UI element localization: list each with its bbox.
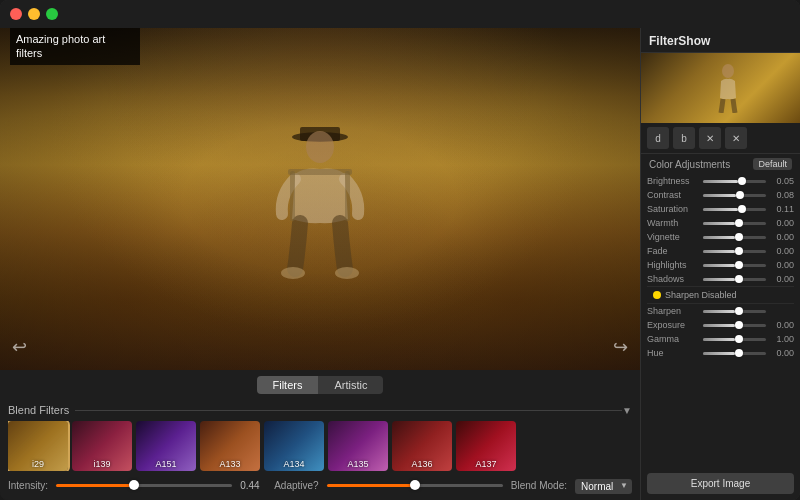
export-image-button[interactable]: Export Image bbox=[647, 473, 794, 494]
filter-label-i139: i139 bbox=[72, 459, 132, 469]
overlay-title: Amazing photo art filters bbox=[10, 28, 140, 65]
filter-thumb-i139[interactable]: i139 bbox=[72, 421, 132, 471]
adj-sharpen-slider[interactable] bbox=[703, 310, 766, 313]
adj-shadows-label: Shadows bbox=[647, 274, 699, 284]
right-panel-title: FilterShow bbox=[641, 28, 800, 53]
filter-thumb-a151[interactable]: A151 bbox=[136, 421, 196, 471]
nav-back-arrow[interactable]: ↩ bbox=[12, 336, 27, 358]
intensity-value: 0.44 bbox=[240, 480, 266, 491]
adj-exposure-value: 0.00 bbox=[770, 320, 794, 330]
default-button[interactable]: Default bbox=[753, 158, 792, 170]
bottom-controls: Intensity: 0.44 Adaptive? Blend Mode: No… bbox=[8, 476, 632, 494]
adj-warmth-value: 0.00 bbox=[770, 218, 794, 228]
adj-brightness: Brightness 0.05 bbox=[647, 174, 794, 188]
photo-image bbox=[0, 28, 640, 370]
right-panel-preview bbox=[641, 53, 800, 123]
adaptive-label: Adaptive? bbox=[274, 480, 318, 491]
adj-highlights-value: 0.00 bbox=[770, 260, 794, 270]
adj-gamma-slider[interactable] bbox=[703, 338, 766, 341]
tool-b-button[interactable]: b bbox=[673, 127, 695, 149]
bottom-panel: Blend Filters ▼ i29 i139 bbox=[0, 400, 640, 500]
adj-brightness-slider[interactable] bbox=[703, 180, 766, 183]
filter-thumb-a135[interactable]: A135 bbox=[328, 421, 388, 471]
photo-container: ↩ ↪ bbox=[0, 28, 640, 370]
color-adjustments-title: Color Adjustments bbox=[649, 159, 730, 170]
adj-hue-label: Hue bbox=[647, 348, 699, 358]
adj-saturation-value: 0.11 bbox=[770, 204, 794, 214]
adaptive-slider[interactable] bbox=[327, 484, 503, 487]
minimize-button[interactable] bbox=[28, 8, 40, 20]
tab-filters[interactable]: Filters bbox=[257, 376, 319, 394]
title-bar: Amazing photo art filters bbox=[0, 0, 800, 28]
adj-gamma-value: 1.00 bbox=[770, 334, 794, 344]
blend-mode-select[interactable]: Normal Multiply Screen Overlay bbox=[575, 479, 632, 494]
adj-warmth-label: Warmth bbox=[647, 218, 699, 228]
svg-point-2 bbox=[306, 131, 334, 163]
adj-saturation-slider[interactable] bbox=[703, 208, 766, 211]
intensity-slider-thumb bbox=[129, 480, 139, 490]
adj-exposure-slider[interactable] bbox=[703, 324, 766, 327]
svg-point-4 bbox=[335, 267, 359, 279]
adj-fade-value: 0.00 bbox=[770, 246, 794, 256]
adj-exposure-label: Exposure bbox=[647, 320, 699, 330]
filter-thumbnails: i29 i139 A151 A133 A134 A135 bbox=[8, 421, 632, 471]
adaptive-slider-thumb bbox=[410, 480, 420, 490]
svg-point-9 bbox=[722, 64, 734, 78]
adj-fade: Fade 0.00 bbox=[647, 244, 794, 258]
tool-x2-button[interactable]: ✕ bbox=[725, 127, 747, 149]
close-button[interactable] bbox=[10, 8, 22, 20]
filter-label-a136: A136 bbox=[392, 459, 452, 469]
adj-exposure: Exposure 0.00 bbox=[647, 318, 794, 332]
adj-contrast-slider[interactable] bbox=[703, 194, 766, 197]
adjustments-header: Color Adjustments Default bbox=[641, 154, 800, 174]
adj-gamma-label: Gamma bbox=[647, 334, 699, 344]
adj-shadows-value: 0.00 bbox=[770, 274, 794, 284]
blend-dropdown-arrow[interactable]: ▼ bbox=[622, 405, 632, 416]
blend-filters-label: Blend Filters bbox=[8, 404, 69, 416]
adj-fade-slider[interactable] bbox=[703, 250, 766, 253]
adj-hue-slider[interactable] bbox=[703, 352, 766, 355]
photo-subject bbox=[260, 109, 380, 289]
adj-saturation: Saturation 0.11 bbox=[647, 202, 794, 216]
filter-label-i29: i29 bbox=[8, 459, 68, 469]
adj-contrast: Contrast 0.08 bbox=[647, 188, 794, 202]
filter-label-a151: A151 bbox=[136, 459, 196, 469]
filter-thumb-a134[interactable]: A134 bbox=[264, 421, 324, 471]
filter-thumb-a133[interactable]: A133 bbox=[200, 421, 260, 471]
right-panel: FilterShow d b ✕ ✕ Color Adjustments De bbox=[640, 28, 800, 500]
adj-shadows-slider[interactable] bbox=[703, 278, 766, 281]
traffic-lights bbox=[10, 8, 58, 20]
adj-highlights-label: Highlights bbox=[647, 260, 699, 270]
adj-sharpen: Sharpen bbox=[647, 304, 794, 318]
blend-separator bbox=[75, 410, 622, 411]
blend-mode-wrapper: Normal Multiply Screen Overlay ▼ bbox=[575, 476, 632, 494]
adj-vignette-slider[interactable] bbox=[703, 236, 766, 239]
adj-fade-label: Fade bbox=[647, 246, 699, 256]
adj-vignette-value: 0.00 bbox=[770, 232, 794, 242]
sharpen-label: Sharpen Disabled bbox=[665, 290, 737, 300]
tool-x-button[interactable]: ✕ bbox=[699, 127, 721, 149]
maximize-button[interactable] bbox=[46, 8, 58, 20]
filter-label-a135: A135 bbox=[328, 459, 388, 469]
svg-point-3 bbox=[281, 267, 305, 279]
adj-warmth-slider[interactable] bbox=[703, 222, 766, 225]
tool-d-button[interactable]: d bbox=[647, 127, 669, 149]
sharpen-status-dot bbox=[653, 291, 661, 299]
photo-area: ↩ ↪ Filters Artistic Blend Filters ▼ bbox=[0, 28, 640, 500]
app-window: Amazing photo art filters bbox=[0, 0, 800, 500]
tab-artistic[interactable]: Artistic bbox=[318, 376, 383, 394]
filter-thumb-a136[interactable]: A136 bbox=[392, 421, 452, 471]
adj-brightness-label: Brightness bbox=[647, 176, 699, 186]
nav-forward-arrow[interactable]: ↪ bbox=[613, 336, 628, 358]
adj-highlights-slider[interactable] bbox=[703, 264, 766, 267]
adj-sharpen-label: Sharpen bbox=[647, 306, 699, 316]
adj-gamma: Gamma 1.00 bbox=[647, 332, 794, 346]
blend-mode-label: Blend Mode: bbox=[511, 480, 567, 491]
preview-subject bbox=[713, 63, 743, 113]
filter-label-a137: A137 bbox=[456, 459, 516, 469]
adj-hue-value: 0.00 bbox=[770, 348, 794, 358]
filter-thumb-i29[interactable]: i29 bbox=[8, 421, 68, 471]
filter-thumb-a137[interactable]: A137 bbox=[456, 421, 516, 471]
adj-vignette: Vignette 0.00 bbox=[647, 230, 794, 244]
intensity-slider[interactable] bbox=[56, 484, 232, 487]
